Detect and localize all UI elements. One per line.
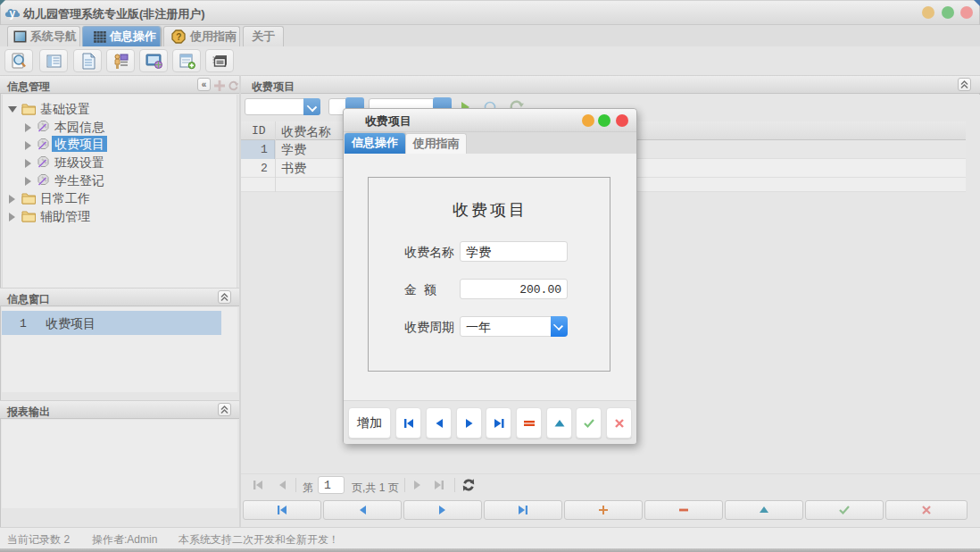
svg-text:?: ?: [176, 32, 181, 42]
svg-text:y: y: [10, 7, 16, 20]
